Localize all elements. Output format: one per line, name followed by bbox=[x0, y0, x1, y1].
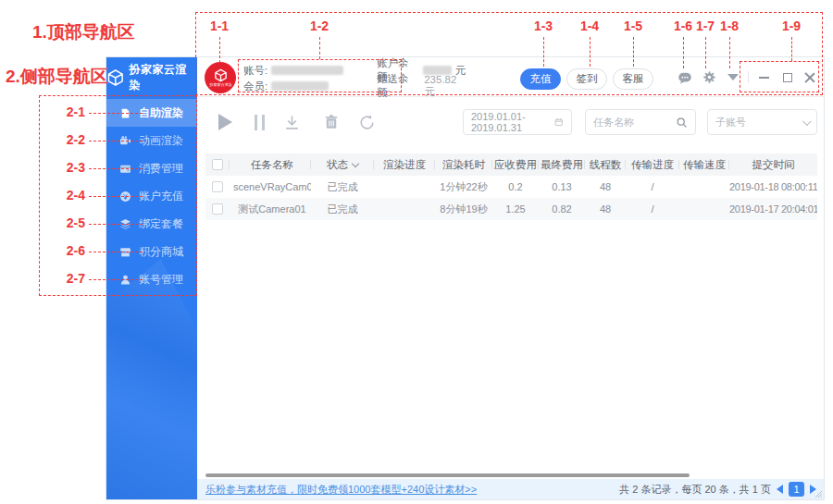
col-threads: 线程数 bbox=[585, 154, 626, 176]
task-name-placeholder: 任务名称 bbox=[593, 116, 634, 129]
cell-final-fee: 0.13 bbox=[539, 176, 585, 198]
annotation-leader-1-2 bbox=[319, 37, 320, 59]
resize-grip-icon[interactable] bbox=[814, 490, 823, 498]
app-window: 扮家家云渲染 自助渲染 动画渲染 消费管理 账 bbox=[106, 57, 824, 499]
member-label: 会员: bbox=[243, 80, 267, 93]
sidebar-item-points-mall[interactable]: 积分商城 bbox=[106, 238, 197, 265]
gift-balance-value: 235.82元 bbox=[424, 74, 466, 99]
screenshot-stage: 扮家家云渲染 自助渲染 动画渲染 消费管理 账 bbox=[0, 0, 833, 504]
sidebar-item-animation-render[interactable]: 动画渲染 bbox=[106, 127, 197, 154]
sidebar-menu: 自助渲染 动画渲染 消费管理 账户充值 绑定套餐 bbox=[106, 99, 197, 293]
select-all-checkbox[interactable] bbox=[212, 159, 223, 170]
annotation-side-nav-label: 2.侧部导航区 bbox=[6, 65, 108, 89]
search-icon bbox=[676, 117, 688, 129]
col-submit-time: 提交时间 bbox=[729, 154, 817, 176]
brand-name: 扮家家云渲染 bbox=[130, 62, 197, 93]
cell-threads: 48 bbox=[585, 198, 626, 220]
annotation-marker-1-2: 1-2 bbox=[308, 18, 330, 33]
annotation-marker-1-1: 1-1 bbox=[208, 18, 230, 33]
annotation-marker-2-4: 2-4 bbox=[57, 188, 85, 203]
subaccount-select[interactable]: 子账号 bbox=[707, 109, 817, 135]
annotation-marker-1-7: 1-7 bbox=[694, 18, 716, 33]
delete-icon[interactable] bbox=[319, 110, 343, 134]
sidebar-item-label: 账户充值 bbox=[139, 189, 183, 204]
download-icon[interactable] bbox=[280, 110, 304, 134]
minimize-icon[interactable] bbox=[753, 57, 774, 97]
cell-render-time: 1分钟22秒 bbox=[435, 176, 492, 198]
start-icon[interactable] bbox=[213, 110, 237, 134]
refresh-icon[interactable] bbox=[354, 110, 379, 134]
table-row[interactable]: sceneVRayCam003 已完成 1分钟22秒 0.2 0.13 48 /… bbox=[205, 176, 817, 198]
recharge-button[interactable]: 充值 bbox=[520, 68, 561, 90]
cell-status: 已完成 bbox=[311, 176, 374, 198]
message-icon[interactable] bbox=[675, 57, 695, 97]
sidebar-item-recharge[interactable]: 账户充值 bbox=[106, 182, 197, 210]
subaccount-placeholder: 子账号 bbox=[715, 116, 746, 129]
cell-fee: 1.25 bbox=[492, 198, 539, 220]
sidebar-decoration bbox=[106, 259, 197, 499]
col-render-progress: 渲染进度 bbox=[374, 154, 435, 176]
close-icon[interactable] bbox=[800, 57, 820, 97]
gear-icon[interactable] bbox=[699, 57, 719, 97]
sidebar-item-label: 账号管理 bbox=[139, 272, 183, 288]
row-checkbox[interactable] bbox=[212, 181, 223, 192]
account-label: 账号: bbox=[243, 64, 267, 78]
sidebar-item-self-render[interactable]: 自助渲染 bbox=[106, 99, 197, 127]
annotation-marker-2-3: 2-3 bbox=[57, 160, 85, 175]
dropdown-arrow-icon[interactable] bbox=[723, 57, 743, 97]
cell-submit-time: 2019-01-18 08:00:11 bbox=[729, 176, 817, 198]
col-task-name: 任务名称 bbox=[230, 154, 311, 176]
cell-transfer-speed bbox=[679, 176, 729, 198]
gift-balance-label: 赠送余额: bbox=[377, 72, 420, 100]
pause-icon[interactable] bbox=[247, 110, 271, 134]
sidebar-item-account[interactable]: 账号管理 bbox=[106, 265, 197, 293]
page-number-button[interactable]: 1 bbox=[789, 482, 804, 497]
sidebar-item-consumption[interactable]: 消费管理 bbox=[106, 154, 197, 182]
sidebar-item-label: 动画渲染 bbox=[139, 133, 183, 149]
cell-transfer-progress: / bbox=[626, 198, 679, 220]
status-filter-caret-icon bbox=[352, 159, 359, 166]
account-icon bbox=[119, 274, 131, 286]
maximize-icon[interactable] bbox=[777, 57, 798, 97]
points-mall-icon bbox=[119, 246, 131, 258]
pagination: 共 2 条记录，每页 20 条，共 1 页 1 bbox=[619, 482, 816, 497]
annotation-marker-1-9: 1-9 bbox=[780, 18, 802, 33]
cell-threads: 48 bbox=[585, 176, 626, 198]
col-status[interactable]: 状态 bbox=[311, 154, 374, 176]
recharge-icon bbox=[119, 191, 131, 203]
prev-page-icon[interactable] bbox=[777, 485, 783, 494]
account-info: 账号: 会员: 账户余额: 元 赠送余额: 235.82元 bbox=[243, 62, 466, 93]
cell-final-fee: 0.82 bbox=[539, 198, 585, 220]
promo-link[interactable]: 乐粉参与素材充值，限时免费领1000套模型+240设计素材>> bbox=[205, 483, 477, 497]
cell-fee: 0.2 bbox=[492, 176, 539, 198]
header-divider bbox=[748, 71, 749, 83]
annotation-marker-1-8: 1-8 bbox=[718, 18, 740, 33]
account-value-redacted bbox=[271, 66, 343, 75]
service-button[interactable]: 客服 bbox=[613, 68, 653, 90]
footer-bar: 乐粉参与素材充值，限时免费领1000套模型+240设计素材>> 共 2 条记录，… bbox=[197, 479, 824, 499]
badge-brand-text: 扮家家云渲染 bbox=[209, 82, 231, 87]
annotation-marker-1-3: 1-3 bbox=[532, 18, 554, 33]
sidebar-item-package[interactable]: 绑定套餐 bbox=[106, 210, 197, 238]
col-transfer-speed: 传输速度 bbox=[679, 154, 729, 176]
sidebar-item-label: 自助渲染 bbox=[139, 105, 183, 121]
checkin-button[interactable]: 签到 bbox=[566, 68, 607, 90]
top-header: 扮家家云渲染 账号: 会员: 账户余额: 元 赠送余额: 2 bbox=[197, 57, 824, 97]
annotation-top-nav-label: 1.顶部导航区 bbox=[32, 20, 135, 44]
annotation-marker-2-1: 2-1 bbox=[57, 104, 85, 119]
app-logo: 扮家家云渲染 bbox=[106, 57, 197, 97]
sidebar-nav: 自助渲染 动画渲染 消费管理 账户充值 绑定套餐 bbox=[106, 97, 197, 499]
task-name-search-input[interactable]: 任务名称 bbox=[585, 109, 696, 135]
annotation-marker-1-6: 1-6 bbox=[672, 18, 694, 33]
table-row[interactable]: 测试Camera01 已完成 8分钟19秒 1.25 0.82 48 / 201… bbox=[205, 198, 817, 220]
cube-logo-icon bbox=[214, 68, 228, 82]
col-fee: 应收费用 bbox=[492, 154, 539, 176]
horizontal-scrollbar[interactable] bbox=[205, 473, 690, 477]
row-checkbox[interactable] bbox=[212, 203, 223, 215]
annotation-marker-2-5: 2-5 bbox=[57, 215, 85, 230]
cell-status: 已完成 bbox=[311, 198, 374, 220]
main-content: 2019.01.01-2019.01.31 任务名称 子账号 任务名称 状态 bbox=[197, 97, 824, 499]
package-icon bbox=[119, 218, 131, 230]
col-render-time: 渲染耗时 bbox=[435, 154, 492, 176]
date-range-input[interactable]: 2019.01.01-2019.01.31 bbox=[463, 109, 572, 135]
